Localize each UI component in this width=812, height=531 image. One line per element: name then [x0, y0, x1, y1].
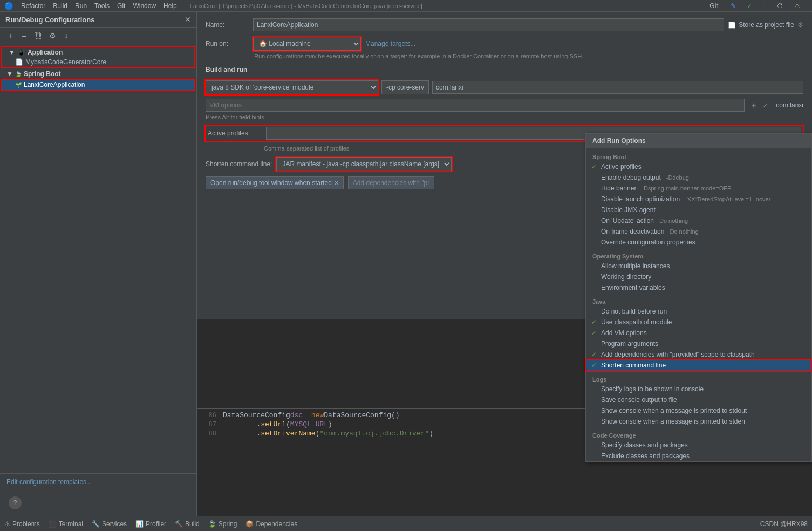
- open-run-text: Open run/debug tool window when started: [210, 179, 332, 187]
- dropdown-item-add-deps-provided[interactable]: ✓ Add dependencies with "provided" scope…: [586, 349, 811, 360]
- remove-config-btn[interactable]: –: [18, 30, 30, 42]
- menu-ide[interactable]: 🔵: [4, 2, 13, 10]
- services-icon: 🔧: [92, 520, 100, 528]
- java-sdk-select[interactable]: java 8 SDK of 'core-service' module: [206, 80, 378, 94]
- tree-mybatis[interactable]: 📄 MybatisCodeGeneratorCore: [2, 57, 194, 67]
- build-tab[interactable]: 🔨 Build: [175, 520, 200, 528]
- dropdown-item-exclude-classes[interactable]: Exclude classes and packages: [586, 451, 811, 461]
- dropdown-item-override-config[interactable]: Override configuration properties: [586, 237, 811, 248]
- dropdown-item-specify-logs[interactable]: Specify logs to be shown in console: [586, 384, 811, 394]
- dropdown-section-java: Java: [586, 295, 811, 306]
- profiler-icon: 📊: [135, 520, 144, 528]
- spring-boot-label: Spring Boot: [24, 70, 61, 78]
- check-icon-shorten: ✓: [591, 362, 597, 369]
- menu-refactor[interactable]: Refactor: [21, 2, 45, 10]
- shorten-label: Shorten command line:: [206, 160, 272, 168]
- dropdown-item-use-classpath[interactable]: ✓ Use classpath of module: [586, 317, 811, 328]
- dropdown-item-frame-deact[interactable]: On frame deactivation Do nothing: [586, 226, 811, 237]
- config-tree: ▼ 📱 Application 📄 MybatisCodeGeneratorCo…: [0, 44, 196, 93]
- build-icon: 🔨: [175, 520, 183, 528]
- dialog-container: Name: Store as project file ⚙ Run on: 🏠 …: [197, 12, 812, 516]
- dropdown-item-add-vm[interactable]: ✓ Add VM options: [586, 328, 811, 338]
- vm-arrows-btn[interactable]: ⤢: [760, 100, 770, 111]
- profiler-tab[interactable]: 📊 Profiler: [135, 520, 166, 528]
- dropdown-item-show-stderr[interactable]: Show console when a message is printed t…: [586, 416, 811, 427]
- expand-icon: ▼: [9, 49, 15, 56]
- main-layout: Run/Debug Configurations ✕ + – ⿻ ⚙ ↕ ▼ 📱…: [0, 12, 812, 516]
- dropdown-section-os: Operating System: [586, 250, 811, 261]
- terminal-tab[interactable]: ⬛ Terminal: [49, 520, 83, 528]
- copy-config-btn[interactable]: ⿻: [32, 30, 44, 42]
- menu-build[interactable]: Build: [53, 2, 67, 10]
- menu-window[interactable]: Window: [133, 2, 156, 10]
- dropdown-item-update-action[interactable]: On 'Update' action Do nothing: [586, 215, 811, 226]
- vm-options-input[interactable]: [206, 99, 745, 112]
- spring-app-icon: 🌱: [15, 82, 22, 88]
- manage-targets-link[interactable]: Manage targets...: [365, 40, 415, 47]
- dropdown-item-shorten-cmdline[interactable]: ✓ Shorten command line: [586, 360, 811, 371]
- profiler-label: Profiler: [146, 520, 166, 528]
- file-icon: 📄: [15, 58, 23, 66]
- menu-tools[interactable]: Tools: [94, 2, 110, 10]
- dropdown-item-program-args[interactable]: Program arguments: [586, 338, 811, 349]
- build-label: Build: [185, 520, 200, 528]
- spring-tab[interactable]: 🍃 Spring: [208, 520, 237, 528]
- dropdown-item-allow-multi[interactable]: Allow multiple instances: [586, 261, 811, 271]
- main-class-suffix: com.lanxi: [776, 101, 803, 109]
- dependencies-tab[interactable]: 📦 Dependencies: [245, 520, 297, 528]
- dropdown-item-hide-banner[interactable]: Hide banner -Dspring.main.banner-mode=OF…: [586, 183, 811, 194]
- title-path: LanxiCore [D:\projects2\p07\lanxi-core] …: [190, 3, 422, 9]
- git-clock-icon[interactable]: ⏱: [777, 2, 783, 10]
- dropdown-item-working-dir[interactable]: Working directory: [586, 271, 811, 282]
- menu-help[interactable]: Help: [163, 2, 177, 10]
- git-edit-icon[interactable]: ✎: [731, 2, 736, 10]
- sidebar: Run/Debug Configurations ✕ + – ⿻ ⚙ ↕ ▼ 📱…: [0, 12, 197, 516]
- tree-lanxi-app[interactable]: 🌱 LanxiCoreApplication: [2, 80, 194, 90]
- dropdown-item-no-build[interactable]: Do not build before run: [586, 306, 811, 317]
- dialog-toolbar: + – ⿻ ⚙ ↕: [0, 28, 196, 44]
- open-run-close[interactable]: ✕: [334, 180, 339, 187]
- cp-label: -cp core-serv: [381, 80, 429, 94]
- run-hint-text: Run configurations may be executed local…: [206, 53, 803, 59]
- warning-icon: ⚠: [794, 2, 800, 10]
- dropdown-item-specify-classes[interactable]: Specify classes and packages: [586, 440, 811, 451]
- dropdown-item-save-console[interactable]: Save console output to file: [586, 394, 811, 405]
- sort-config-btn[interactable]: ↕: [60, 30, 72, 42]
- problems-tab[interactable]: ⚠ Problems: [4, 520, 40, 528]
- name-input[interactable]: [253, 18, 724, 31]
- name-label: Name:: [206, 21, 249, 29]
- check-icon-vm: ✓: [591, 329, 597, 337]
- git-arrow-icon[interactable]: ↑: [763, 2, 766, 10]
- settings-config-btn[interactable]: ⚙: [46, 30, 58, 42]
- dialog-close-btn[interactable]: ✕: [185, 15, 191, 24]
- dropdown-header: Add Run Options: [586, 134, 811, 148]
- main-class-input[interactable]: [432, 81, 803, 94]
- dropdown-item-env-vars[interactable]: Environment variables: [586, 282, 811, 293]
- vm-expand-btn[interactable]: ⊞: [748, 100, 759, 111]
- tree-spring-boot-group[interactable]: ▼ 🍃 Spring Boot: [0, 69, 196, 79]
- store-checkbox[interactable]: [728, 22, 735, 29]
- add-deps-text: Add dependencies with "pr: [353, 179, 429, 187]
- active-profiles-label: Active profiles:: [208, 130, 262, 137]
- dropdown-item-disable-launch[interactable]: Disable launch optimization -XX:TieredSt…: [586, 194, 811, 205]
- help-btn[interactable]: ?: [9, 496, 22, 509]
- store-label: Store as project file: [739, 21, 794, 29]
- menu-run[interactable]: Run: [75, 2, 87, 10]
- dropdown-item-enable-debug[interactable]: Enable debug output -Ddebug: [586, 172, 811, 183]
- menu-git[interactable]: Git: [117, 2, 125, 10]
- run-on-select[interactable]: 🏠 Local machine: [253, 37, 361, 51]
- edit-templates-link[interactable]: Edit configuration templates...: [0, 473, 196, 490]
- shorten-select[interactable]: JAR manifest - java -cp classpath.jar cl…: [276, 157, 452, 171]
- run-on-label: Run on:: [206, 40, 249, 47]
- tree-application[interactable]: ▼ 📱 Application: [2, 47, 194, 57]
- store-gear-icon[interactable]: ⚙: [797, 21, 803, 29]
- add-config-btn[interactable]: +: [4, 30, 16, 42]
- dropdown-item-active-profiles[interactable]: ✓ Active profiles: [586, 161, 811, 172]
- dropdown-item-show-stdout[interactable]: Show console when a message is printed t…: [586, 405, 811, 416]
- services-tab[interactable]: 🔧 Services: [92, 520, 127, 528]
- bottom-bar: ⚠ Problems ⬛ Terminal 🔧 Services 📊 Profi…: [0, 516, 812, 531]
- dropdown-item-disable-jmx[interactable]: Disable JMX agent: [586, 205, 811, 215]
- git-label: Git:: [709, 2, 720, 10]
- git-check-icon[interactable]: ✓: [747, 2, 752, 10]
- check-icon-classpath: ✓: [591, 318, 597, 326]
